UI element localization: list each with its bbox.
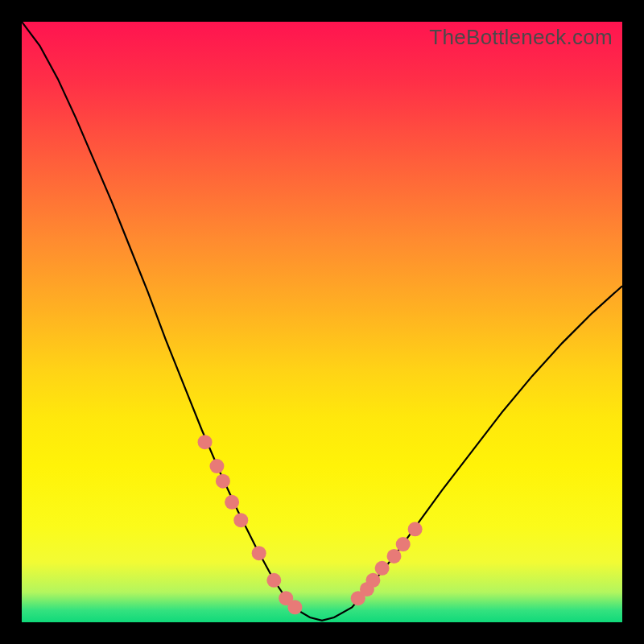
marker-dot [387, 549, 402, 564]
marker-dot [233, 513, 248, 527]
marker-group-right [351, 522, 423, 605]
marker-dot [287, 600, 302, 614]
marker-dot [408, 522, 423, 536]
curve-line [22, 22, 622, 621]
marker-dot [375, 561, 390, 576]
marker-dot [198, 435, 213, 449]
chart-frame: TheBottleneck.com [0, 0, 644, 644]
marker-dot [365, 573, 380, 588]
marker-dot [266, 573, 281, 588]
marker-dot [225, 495, 239, 510]
plot-area: TheBottleneck.com [22, 22, 622, 622]
marker-dot [216, 474, 230, 489]
chart-svg [22, 22, 622, 622]
marker-group-left [198, 435, 303, 614]
marker-dot [209, 459, 224, 473]
marker-dot [252, 546, 266, 560]
marker-dot [396, 537, 411, 551]
